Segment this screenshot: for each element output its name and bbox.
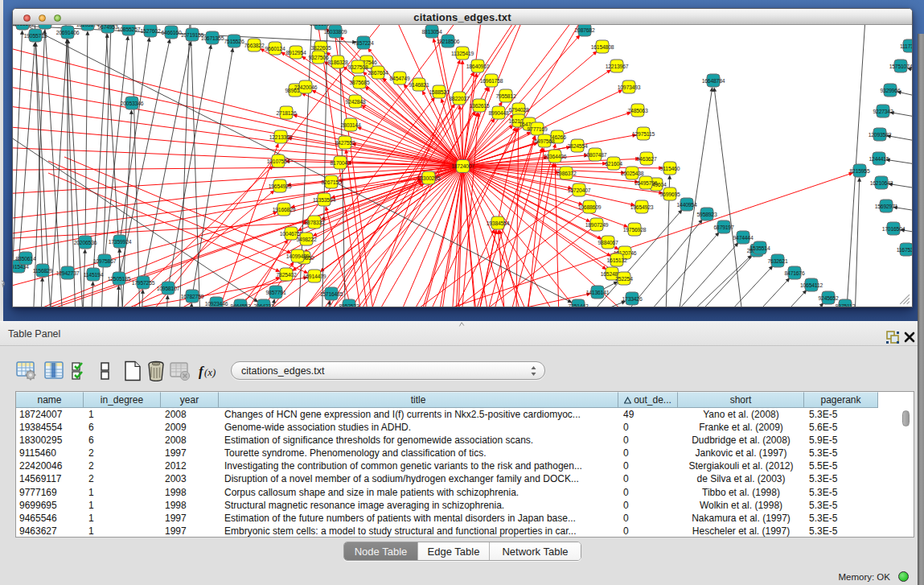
graph-node-label: 7485063 [627,108,647,113]
column-header-name[interactable]: name [16,392,84,408]
table-row[interactable]: 946554611997Estimation of the future num… [16,513,901,525]
graph-node-label: 12942737 [56,270,80,276]
citation-edge-red [434,167,463,307]
citation-edge-black [854,180,860,307]
table-scrollbar[interactable] [902,409,910,537]
resize-grip-icon[interactable] [897,292,910,305]
window-titlebar[interactable]: citations_edges.txt [13,9,912,25]
table-cell: Hescheler et al. (1997) [678,525,804,538]
table-cell: 9465546 [16,513,84,525]
graph-node-label: 10107554 [267,159,290,164]
graph-node-label: 18300295 [417,175,441,181]
graph-node-label: 2803144 [340,122,360,128]
graph-node-label: 18640910 [466,64,490,69]
graph-node-label: 9329966 [880,88,900,93]
graph-node-label: 18724007 [451,163,474,169]
row-height-icon[interactable] [95,360,116,381]
graph-node-label: 7251442 [568,303,588,307]
table-cell: Dudbridge et al. (2008) [678,435,804,447]
network-canvas[interactable]: 1605361319055713830671320691406181031749… [13,25,912,307]
graph-node-label: 9375112 [836,303,856,307]
citation-edge-black [105,39,128,261]
tab-node-table[interactable]: Node Table [344,542,418,560]
graph-node-label: 16495796 [634,180,658,186]
tab-network-table[interactable]: Network Table [490,542,581,560]
column-header-out_de[interactable]: out_de... [618,392,678,408]
table-select-dropdown[interactable]: citations_edges.txt [231,361,545,380]
table-cell: 2 [84,473,161,486]
graph-node-label: 19654923 [630,204,654,210]
table-cell: 9777169 [16,487,84,500]
graph-node-label: 8215955 [849,168,869,174]
table-row[interactable]: 1938455462009Genome-wide association stu… [16,422,901,435]
graph-node-label: 9884067 [598,240,618,245]
table-row[interactable]: 911546021997Tourette syndrome. Phenomeno… [16,447,901,460]
graph-node-label: 9327508 [347,64,368,70]
citation-edge-black [674,90,712,307]
table-cell: 1 [84,487,161,500]
table-row[interactable]: 969969511998Structural magnetic resonanc… [16,500,901,513]
table-row[interactable]: 1456911722003Disruption of a novel membe… [16,473,901,486]
graph-node-label: 8186328 [327,60,347,65]
table-cell: 1 [84,500,161,513]
graph-node-label: 12213967 [606,64,629,69]
graph-node-label: 19218506 [437,39,460,44]
column-header-pagerank[interactable]: pagerank [804,392,878,408]
graph-node-label: 10975867 [93,258,117,264]
graph-node-label: 7632621 [767,258,787,264]
graph-node-label: 10688609 [578,204,602,210]
table-row[interactable]: 977716911998Corpus callosum shape and si… [16,487,901,500]
column-header-title[interactable]: title [219,392,618,408]
dropdown-value: citations_edges.txt [241,365,325,377]
table-row[interactable]: 1830029562008Estimation of significance … [16,435,901,447]
graph-node-label: 8813054 [421,29,441,35]
show-columns-icon[interactable] [44,360,65,381]
citation-edge-black [141,292,143,307]
graph-node-label: 6794028 [508,107,528,113]
citation-edge-black [889,136,912,146]
table-tabs: Node TableEdge TableNetwork Table [343,542,581,561]
table-cell: de Silva et al. (2003) [678,473,804,486]
citation-edge-black [889,160,912,169]
table-cell: Tibbo et al. (1998) [678,487,804,500]
graph-node-label: 15751074 [889,64,912,69]
table-body: 1872400712008Changes of HCN gene express… [16,409,901,538]
memory-indicator [898,571,909,582]
citation-edge-red [515,119,519,307]
table-row[interactable]: 1872400712008Changes of HCN gene express… [16,409,901,422]
graph-node-label: 7515526 [224,39,244,44]
table-row[interactable]: 2242004622012Investigating the contribut… [16,460,901,473]
graph-node-label: 1440954 [676,202,696,208]
table-row[interactable]: 946362711997Embryonic stem cells: a mode… [16,525,901,538]
close-panel-icon[interactable] [904,332,915,343]
delete-icon[interactable] [146,360,166,381]
table-cell: 5.3E-5 [804,447,878,460]
function-icon[interactable]: f (x) [198,360,220,381]
new-document-icon[interactable] [122,360,143,381]
graph-node-label: 12975115 [632,131,655,137]
select-columns-icon[interactable] [71,360,92,381]
table-cell: Franke et al. (2009) [678,422,804,435]
tab-edge-table[interactable]: Edge Table [418,542,490,560]
graph-node-label: 8454749 [389,76,409,81]
table-cell: 19384554 [16,422,84,435]
graph-node[interactable] [39,25,51,29]
citation-edge-black [724,305,822,307]
citation-edge-black [891,184,912,193]
table-cell: 49 [618,409,678,422]
graph-node-label: 9674953 [97,25,117,30]
column-header-in_degree[interactable]: in_degree [84,392,161,408]
citation-edge-black [130,25,141,307]
left-cursor-artifact [0,280,6,288]
graph-node-label: 9327506 [308,55,328,60]
scrollbar-thumb[interactable] [902,410,910,426]
graph-node-label: 3822605 [310,45,331,51]
citation-edge-red [13,121,463,167]
float-panel-icon[interactable] [886,331,900,344]
table-cell: Changes of HCN gene expression and I(f) … [219,409,618,422]
table-settings-icon[interactable] [16,360,37,381]
column-header-short[interactable]: short [678,392,804,408]
graph-node-label: 1588520 [429,89,449,95]
graph-node-label: 8822037 [449,96,469,101]
column-header-year[interactable]: year [161,392,219,408]
